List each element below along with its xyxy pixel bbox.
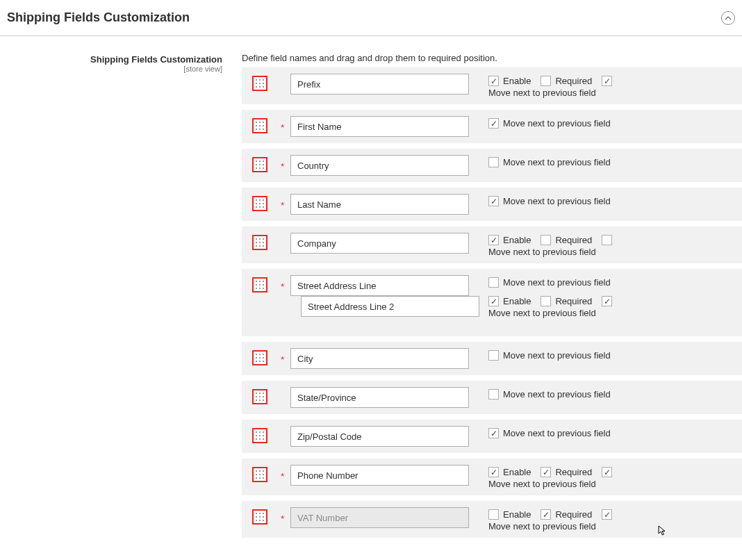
required-checkbox[interactable] [541,76,551,86]
required-checkbox[interactable] [541,467,551,477]
move-next-checkbox[interactable] [488,277,499,288]
fields-list: EnableRequiredMove next to previous fiel… [242,67,742,538]
svg-rect-61 [259,361,261,362]
enable-checkbox[interactable] [488,467,499,477]
required-checkbox[interactable] [541,509,551,520]
field-name-input[interactable] [290,275,469,296]
section-header: Shipping Fields Customization [0,0,742,36]
required-label: Required [555,510,592,519]
svg-rect-30 [256,203,257,204]
move-next-checkbox[interactable] [488,157,499,167]
field-row: *Move next to previous field [242,110,742,143]
description-text: Define field names and drag and drop the… [242,53,742,63]
drag-handle-icon[interactable] [252,509,267,525]
drag-handle-icon[interactable] [252,350,267,365]
move-next-checkbox[interactable] [488,196,499,206]
required-star: * [281,513,284,524]
collapse-toggle[interactable] [721,11,735,25]
svg-rect-88 [259,477,261,479]
svg-rect-24 [256,167,257,169]
field-name-input[interactable] [301,296,479,317]
field-name-input[interactable] [290,74,469,94]
svg-rect-98 [263,520,264,521]
move-next-label: Move next to previous field [488,522,742,531]
enable-label: Enable [503,468,531,477]
drag-handle-icon[interactable] [252,235,267,250]
move-next-checkbox[interactable] [602,296,612,306]
svg-rect-15 [256,129,257,130]
field-name-input[interactable] [290,194,469,215]
field-options: Move next to previous field [488,195,742,206]
drag-handle-icon[interactable] [252,467,267,482]
enable-checkbox[interactable] [488,509,499,520]
move-next-checkbox[interactable] [488,428,499,438]
field-name-input[interactable] [290,507,469,528]
svg-rect-68 [263,396,264,397]
svg-rect-28 [259,199,261,201]
svg-rect-25 [259,167,261,169]
svg-rect-93 [256,516,257,518]
move-next-checkbox[interactable] [488,389,499,400]
svg-rect-77 [263,435,264,436]
field-options: Move next to previous field [488,388,742,400]
svg-rect-96 [256,520,257,521]
svg-rect-21 [256,164,257,165]
move-next-checkbox[interactable] [488,118,499,129]
svg-rect-36 [256,238,257,240]
svg-rect-45 [256,281,257,282]
move-next-checkbox[interactable] [602,467,612,477]
svg-rect-90 [256,513,257,514]
svg-rect-42 [256,245,257,247]
svg-rect-83 [263,470,264,472]
required-checkbox[interactable] [541,235,551,245]
enable-checkbox[interactable] [488,296,499,306]
svg-rect-7 [259,86,261,88]
svg-rect-39 [256,242,257,243]
drag-handle-icon[interactable] [252,196,267,211]
enable-label: Enable [503,236,531,245]
svg-rect-59 [263,357,264,359]
move-next-checkbox[interactable] [602,76,612,86]
svg-rect-79 [259,438,261,440]
svg-rect-63 [256,393,257,394]
field-row: *Move next to previous field [242,342,742,375]
field-name-input[interactable] [290,387,469,408]
move-next-label: Move next to previous field [503,278,611,287]
field-row: *Move next to previous field [242,188,742,221]
field-name-input[interactable] [290,155,469,176]
required-label: Required [555,297,592,306]
svg-rect-65 [263,393,264,394]
drag-handle-icon[interactable] [252,76,267,91]
field-name-input[interactable] [290,233,469,254]
move-next-checkbox[interactable] [602,509,612,520]
svg-rect-70 [259,400,261,401]
required-checkbox[interactable] [541,296,551,306]
svg-rect-14 [263,125,264,126]
svg-rect-97 [259,520,261,521]
move-next-checkbox[interactable] [602,235,612,245]
field-row: EnableRequiredMove next to previous fiel… [242,67,742,104]
scope-label: [store view] [0,65,222,73]
drag-handle-icon[interactable] [252,157,267,172]
drag-handle-icon[interactable] [252,389,267,404]
drag-handle-icon[interactable] [252,277,267,293]
move-next-label: Move next to previous field [503,390,611,399]
svg-rect-40 [259,242,261,243]
svg-rect-17 [263,129,264,130]
field-name-input[interactable] [290,116,469,137]
svg-rect-18 [256,160,257,162]
move-next-label: Move next to previous field [488,88,742,97]
field-name-input[interactable] [290,348,469,369]
field-name-input[interactable] [290,426,469,447]
svg-rect-26 [263,167,264,169]
drag-handle-icon[interactable] [252,118,267,133]
enable-checkbox[interactable] [488,76,499,86]
move-next-label: Move next to previous field [503,351,611,360]
drag-handle-icon[interactable] [252,428,267,443]
move-next-checkbox[interactable] [488,350,499,361]
enable-checkbox[interactable] [488,235,499,245]
svg-rect-47 [263,281,264,282]
field-name-input[interactable] [290,465,469,486]
svg-rect-56 [263,354,264,355]
section-title: Shipping Fields Customization [7,10,190,25]
